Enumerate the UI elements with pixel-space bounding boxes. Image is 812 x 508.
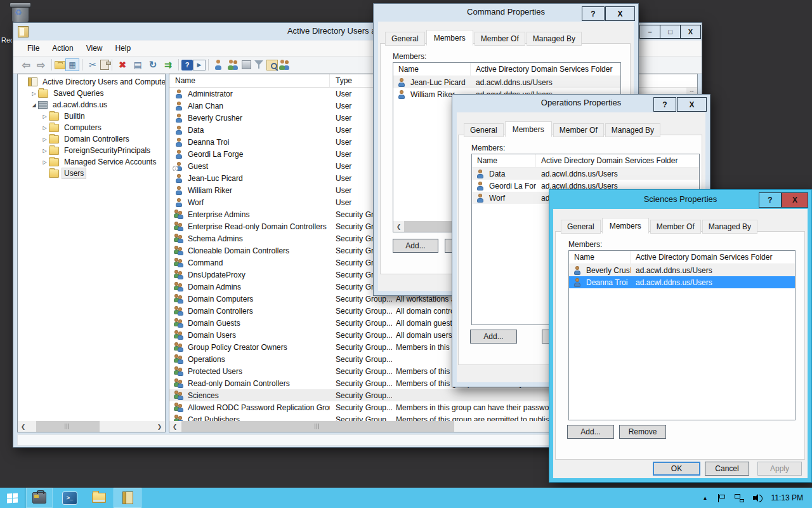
taskbar: >_ ▲ 11:13 PM <box>0 488 812 508</box>
tree-item[interactable]: Users <box>18 168 165 179</box>
dialog-tab[interactable]: Members <box>505 121 552 137</box>
Jean-Luc Picard[interactable]: Jean-Luc Picard ad.acwl.ddns.us/Users <box>393 76 620 88</box>
dialog-tab[interactable]: Member Of <box>475 32 525 46</box>
export-list-icon[interactable]: ⇉ <box>160 58 176 71</box>
tree-item[interactable]: ▷ Domain Controllers <box>18 133 165 145</box>
scrollbar-thumb[interactable] <box>181 421 454 432</box>
dialog-tab[interactable]: General <box>464 123 504 137</box>
add-button[interactable]: Add... <box>567 425 614 439</box>
column-header-name[interactable]: Name <box>169 74 330 87</box>
menu-item[interactable]: Help <box>109 41 138 55</box>
scroll-left-icon[interactable]: ❮ <box>169 421 180 432</box>
tree-item[interactable]: ◢ ad.acwl.ddns.us <box>18 99 165 110</box>
recycle-bin-icon[interactable]: ♻ <box>9 3 30 23</box>
dialog-tab[interactable]: Managed By <box>605 123 660 137</box>
dialog-tab[interactable]: Members <box>602 218 649 234</box>
dialog-tab[interactable]: Member Of <box>650 220 701 234</box>
powershell-button[interactable]: >_ <box>56 488 84 508</box>
scroll-left-icon[interactable]: ❮ <box>18 421 29 432</box>
Beverly Crusher[interactable]: Beverly Crusher ad.acwl.ddns.us/Users <box>569 264 795 276</box>
paste-icon[interactable] <box>100 60 109 70</box>
tree-expander-icon[interactable]: ▷ <box>41 114 49 119</box>
tree-item[interactable]: ▷ Saved Queries <box>18 88 165 99</box>
object-name: Cloneable Domain Controllers <box>188 246 289 255</box>
cut-icon[interactable]: ✂ <box>85 58 100 71</box>
apply-button[interactable]: Apply <box>757 462 802 476</box>
open-saved-query-icon[interactable] <box>55 61 65 69</box>
Deanna Troi[interactable]: Deanna Troi ad.acwl.ddns.us/Users <box>569 276 795 288</box>
tree-horizontal-scrollbar[interactable]: ❮ ❯ <box>18 421 165 432</box>
close-button[interactable]: X <box>605 6 635 21</box>
menu-item[interactable]: Action <box>46 41 79 55</box>
filter-icon[interactable] <box>251 58 266 71</box>
dialog-tab[interactable]: Managed By <box>527 32 582 46</box>
close-button[interactable]: X <box>782 192 808 208</box>
tree-item[interactable]: ▷ Builtin <box>18 110 165 122</box>
column-header-folder[interactable]: Active Directory Domain Services Folder <box>631 251 795 264</box>
new-group-icon[interactable] <box>226 58 242 71</box>
dialog-tab[interactable]: Managed By <box>702 220 757 234</box>
maximize-button[interactable]: □ <box>660 25 681 39</box>
tree-expander-icon[interactable]: ▷ <box>41 125 49 131</box>
column-header-name[interactable]: Name <box>569 251 631 264</box>
console-tree-toggle-icon[interactable]: ▦ <box>65 58 79 71</box>
help-icon[interactable]: ? <box>181 60 193 70</box>
network-icon[interactable] <box>735 494 744 502</box>
tree-item[interactable]: ▷ Computers <box>18 122 165 133</box>
back-icon[interactable]: ⇦ <box>18 58 34 71</box>
help-button[interactable]: ? <box>653 97 676 112</box>
column-header-name[interactable]: Name <box>393 63 471 76</box>
new-ou-icon[interactable] <box>242 60 251 69</box>
remove-button[interactable]: Remove <box>619 425 666 439</box>
close-button[interactable]: X <box>677 97 707 112</box>
Data[interactable]: Data ad.acwl.ddns.us/Users <box>472 168 699 180</box>
dialog-tab[interactable]: Member Of <box>553 123 604 137</box>
menu-item[interactable]: File <box>21 41 46 55</box>
tree-expander-icon[interactable]: ◢ <box>30 102 38 108</box>
scrollbar-thumb[interactable] <box>36 421 100 432</box>
minimize-button[interactable]: – <box>639 25 660 39</box>
refresh-icon[interactable]: ↻ <box>145 58 160 71</box>
action-center-flag-icon[interactable] <box>717 493 726 503</box>
delete-icon[interactable]: ✖ <box>115 58 130 71</box>
tree-expander-icon[interactable]: ▷ <box>41 148 49 154</box>
help-button[interactable]: ? <box>759 192 782 208</box>
forward-icon[interactable]: ⇨ <box>34 58 49 71</box>
volume-icon[interactable] <box>753 493 763 502</box>
hidden-icons-chevron[interactable]: ▲ <box>703 495 708 501</box>
tree-item[interactable]: ▷ Managed Service Accounts <box>18 156 165 168</box>
menu-item[interactable]: View <box>80 41 109 55</box>
members-list-header: Name Active Directory Domain Services Fo… <box>393 63 620 76</box>
close-button[interactable]: X <box>680 25 701 39</box>
help-button[interactable]: ? <box>582 6 605 21</box>
start-button[interactable] <box>0 488 25 508</box>
column-header-name[interactable]: Name <box>472 154 536 167</box>
tree-expander-icon[interactable]: ▷ <box>41 159 49 165</box>
tree-expander-icon[interactable]: ▷ <box>41 137 49 142</box>
powershell-icon: >_ <box>62 491 77 505</box>
show-window-icon[interactable]: ▶ <box>193 60 206 70</box>
properties-icon[interactable]: ▤ <box>130 58 145 71</box>
find-icon[interactable] <box>266 60 278 70</box>
cancel-button[interactable]: Cancel <box>705 462 749 476</box>
tree-item[interactable]: ▷ ForeignSecurityPrincipals <box>18 145 165 156</box>
column-header-folder[interactable]: Active Directory Domain Services Folder <box>471 63 620 76</box>
dialog-tab[interactable]: Members <box>426 30 473 46</box>
tree-expander-icon[interactable]: ▷ <box>30 91 38 97</box>
object-icon <box>174 173 185 183</box>
column-header-folder[interactable]: Active Directory Domain Services Folder <box>536 154 699 167</box>
add-button[interactable]: Add... <box>393 239 438 253</box>
dialog-tab[interactable]: General <box>385 32 425 46</box>
mmc-console-button[interactable] <box>114 488 141 508</box>
ok-button[interactable]: OK <box>653 462 700 476</box>
dialog-tab[interactable]: General <box>561 220 601 234</box>
scroll-right-icon[interactable]: ❯ <box>154 421 165 432</box>
taskbar-clock[interactable]: 11:13 PM <box>771 493 803 502</box>
scroll-left-icon[interactable]: ❮ <box>393 221 404 232</box>
add-button[interactable]: Add... <box>470 330 517 344</box>
add-group-icon[interactable] <box>278 58 293 71</box>
new-user-icon[interactable] <box>211 58 226 71</box>
file-explorer-button[interactable] <box>85 488 113 508</box>
server-manager-button[interactable] <box>26 488 53 508</box>
tree-item[interactable]: Active Directory Users and Computers [ad… <box>18 76 165 88</box>
